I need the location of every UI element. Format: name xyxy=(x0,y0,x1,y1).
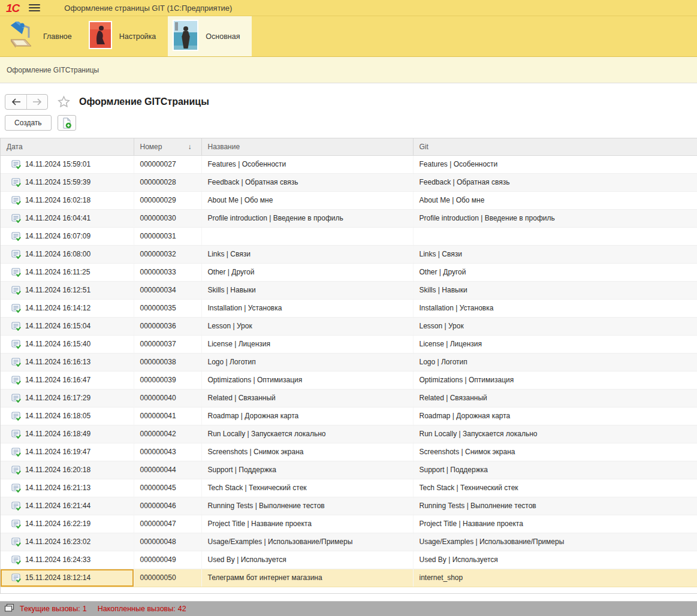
cell-name[interactable]: Related | Связанный xyxy=(201,389,413,407)
breadcrumb[interactable]: Оформление GITСтраницы xyxy=(7,66,99,74)
cell-number[interactable]: 000000029 xyxy=(134,191,201,209)
cell-name[interactable]: Телеграмм бот интернет магазина xyxy=(201,569,413,587)
cell-number[interactable]: 000000042 xyxy=(134,425,201,443)
cell-number[interactable]: 000000039 xyxy=(134,371,201,389)
cell-git[interactable]: Tech Stack | Технический стек xyxy=(413,479,697,497)
cell-git[interactable]: internet_shop xyxy=(413,569,697,587)
cell-name[interactable]: About Me | Обо мне xyxy=(201,191,413,209)
table-row[interactable]: 15.11.2024 18:12:14 000000050 Телеграмм … xyxy=(1,569,697,587)
cell-git[interactable]: Skills | Навыки xyxy=(413,281,697,299)
cell-number[interactable]: 000000046 xyxy=(134,497,201,515)
cell-name[interactable]: Feedback | Обратная связь xyxy=(201,173,413,191)
cell-number[interactable]: 000000034 xyxy=(134,281,201,299)
cell-name[interactable]: Used By | Используется xyxy=(201,551,413,569)
cell-git[interactable]: Feedback | Обратная связь xyxy=(413,173,697,191)
cell-name[interactable]: Usage/Examples | Использование/Примеры xyxy=(201,533,413,551)
tab-osnovnaya[interactable]: Основная xyxy=(168,16,252,56)
cell-name[interactable]: Skills | Навыки xyxy=(201,281,413,299)
tab-glavnoe[interactable]: Главное xyxy=(2,16,84,56)
cell-number[interactable]: 000000044 xyxy=(134,461,201,479)
main-menu-icon[interactable] xyxy=(29,4,40,11)
table-row[interactable]: 14.11.2024 16:16:47 000000039 Optimizati… xyxy=(1,371,697,389)
cell-number[interactable]: 000000037 xyxy=(134,335,201,353)
cell-name[interactable]: Screenshots | Снимок экрана xyxy=(201,443,413,461)
cell-number[interactable]: 000000049 xyxy=(134,551,201,569)
column-header-number[interactable]: Номер ↓ xyxy=(134,138,201,155)
cell-git[interactable]: Logo | Логотип xyxy=(413,353,697,371)
cell-number[interactable]: 000000035 xyxy=(134,299,201,317)
table-row[interactable]: 14.11.2024 16:12:51 000000034 Skills | Н… xyxy=(1,281,697,299)
cell-name[interactable]: Features | Особенности xyxy=(201,155,413,173)
table-row[interactable]: 14.11.2024 16:18:49 000000042 Run Locall… xyxy=(1,425,697,443)
cell-number[interactable]: 000000047 xyxy=(134,515,201,533)
new-document-plus-icon[interactable] xyxy=(58,115,76,131)
table-row[interactable]: 14.11.2024 15:59:39 000000028 Feedback |… xyxy=(1,173,697,191)
table-row[interactable]: 14.11.2024 15:59:01 000000027 Features |… xyxy=(1,155,697,173)
cell-number[interactable]: 000000027 xyxy=(134,155,201,173)
cell-number[interactable]: 000000028 xyxy=(134,173,201,191)
cell-number[interactable]: 000000045 xyxy=(134,479,201,497)
cell-number[interactable]: 000000031 xyxy=(134,227,201,245)
table-row[interactable]: 14.11.2024 16:21:44 000000046 Running Te… xyxy=(1,497,697,515)
table-row[interactable]: 14.11.2024 16:14:12 000000035 Installati… xyxy=(1,299,697,317)
cell-git[interactable]: Support | Поддержка xyxy=(413,461,697,479)
cell-number[interactable]: 000000030 xyxy=(134,209,201,227)
forward-button[interactable] xyxy=(26,95,47,109)
cell-git[interactable] xyxy=(413,227,697,245)
create-button[interactable]: Создать xyxy=(5,115,52,131)
cell-name[interactable]: Lesson | Урок xyxy=(201,317,413,335)
cell-git[interactable]: Run Locally | Запускается локально xyxy=(413,425,697,443)
cell-git[interactable]: Roadmap | Дорожная карта xyxy=(413,407,697,425)
cell-git[interactable]: License | Лицензия xyxy=(413,335,697,353)
cell-git[interactable]: Lesson | Урок xyxy=(413,317,697,335)
cell-name[interactable]: License | Лицензия xyxy=(201,335,413,353)
cell-name[interactable]: Tech Stack | Технический стек xyxy=(201,479,413,497)
cell-name[interactable]: Roadmap | Дорожная карта xyxy=(201,407,413,425)
cell-git[interactable]: Running Tests | Выполнение тестов xyxy=(413,497,697,515)
star-icon[interactable] xyxy=(57,95,71,108)
cell-git[interactable]: Optimizations | Оптимизация xyxy=(413,371,697,389)
cell-number[interactable]: 000000033 xyxy=(134,263,201,281)
column-header-date[interactable]: Дата xyxy=(1,138,134,155)
cell-git[interactable]: Usage/Examples | Использование/Примеры xyxy=(413,533,697,551)
cell-git[interactable]: Features | Особенности xyxy=(413,155,697,173)
cell-name[interactable]: Logo | Логотип xyxy=(201,353,413,371)
tab-nastroyka[interactable]: Настройка xyxy=(84,16,168,56)
cell-number[interactable]: 000000036 xyxy=(134,317,201,335)
cell-git[interactable]: Used By | Используется xyxy=(413,551,697,569)
cell-name[interactable]: Run Locally | Запускается локально xyxy=(201,425,413,443)
cell-name[interactable]: Project Title | Название проекта xyxy=(201,515,413,533)
cell-name[interactable]: Running Tests | Выполнение тестов xyxy=(201,497,413,515)
table-row[interactable]: 14.11.2024 16:22:19 000000047 Project Ti… xyxy=(1,515,697,533)
cell-name[interactable]: Installation | Установка xyxy=(201,299,413,317)
cell-number[interactable]: 000000040 xyxy=(134,389,201,407)
cell-git[interactable]: Project Title | Название проекта xyxy=(413,515,697,533)
cell-name[interactable] xyxy=(201,227,413,245)
cell-number[interactable]: 000000048 xyxy=(134,533,201,551)
cell-number[interactable]: 000000041 xyxy=(134,407,201,425)
table-row[interactable]: 14.11.2024 16:11:25 000000033 Other | Др… xyxy=(1,263,697,281)
cell-git[interactable]: Profile introduction | Введение в профил… xyxy=(413,209,697,227)
column-header-git[interactable]: Git xyxy=(413,138,697,155)
cell-name[interactable]: Other | Другой xyxy=(201,263,413,281)
cell-name[interactable]: Links | Связи xyxy=(201,245,413,263)
cell-git[interactable]: Links | Связи xyxy=(413,245,697,263)
table-row[interactable]: 14.11.2024 16:04:41 000000030 Profile in… xyxy=(1,209,697,227)
table-row[interactable]: 14.11.2024 16:07:09 000000031 xyxy=(1,227,697,245)
cell-git[interactable]: Other | Другой xyxy=(413,263,697,281)
cell-git[interactable]: Screenshots | Снимок экрана xyxy=(413,443,697,461)
cell-git[interactable]: Related | Связанный xyxy=(413,389,697,407)
table-row[interactable]: 14.11.2024 16:16:13 000000038 Logo | Лог… xyxy=(1,353,697,371)
table-row[interactable]: 14.11.2024 16:21:13 000000045 Tech Stack… xyxy=(1,479,697,497)
back-button[interactable] xyxy=(5,95,26,109)
cell-number[interactable]: 000000050 xyxy=(134,569,201,587)
cell-name[interactable]: Profile introduction | Введение в профил… xyxy=(201,209,413,227)
cell-git[interactable]: Installation | Установка xyxy=(413,299,697,317)
cell-git[interactable]: About Me | Обо мне xyxy=(413,191,697,209)
table-row[interactable]: 14.11.2024 16:15:04 000000036 Lesson | У… xyxy=(1,317,697,335)
table-row[interactable]: 14.11.2024 16:15:40 000000037 License | … xyxy=(1,335,697,353)
cell-number[interactable]: 000000032 xyxy=(134,245,201,263)
cell-number[interactable]: 000000043 xyxy=(134,443,201,461)
table-row[interactable]: 14.11.2024 16:18:05 000000041 Roadmap | … xyxy=(1,407,697,425)
table-row[interactable]: 14.11.2024 16:24:33 000000049 Used By | … xyxy=(1,551,697,569)
